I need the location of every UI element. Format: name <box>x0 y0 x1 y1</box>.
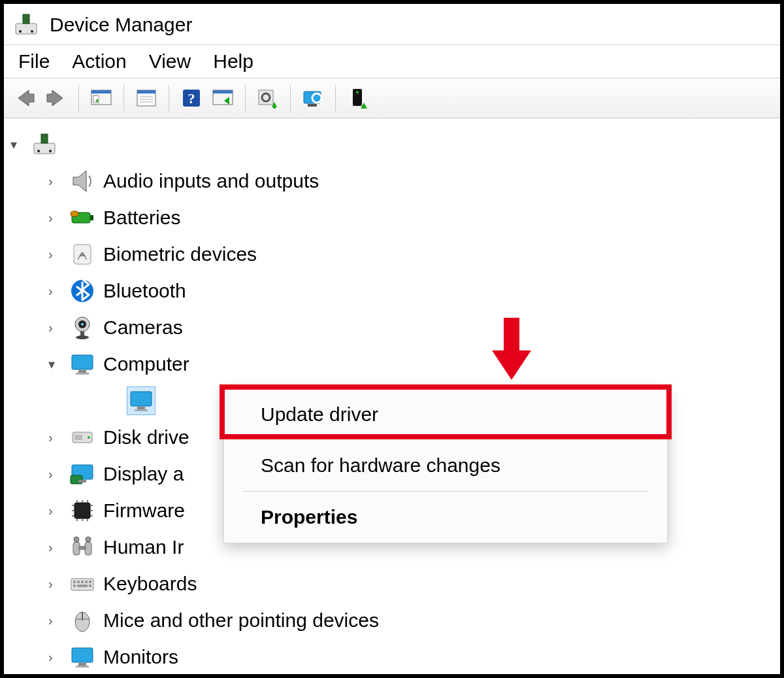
svg-rect-87 <box>76 666 89 668</box>
forward-button[interactable] <box>42 84 71 112</box>
svg-point-3 <box>31 30 33 33</box>
svg-point-40 <box>81 323 84 326</box>
titlebar: Device Manager <box>4 4 780 44</box>
context-menu: Update driver Scan for hardware changes … <box>223 388 668 543</box>
menu-view[interactable]: View <box>149 50 191 73</box>
context-menu-scan-hardware[interactable]: Scan for hardware changes <box>224 440 667 491</box>
tree-node-batteries[interactable]: › Batteries <box>10 199 780 236</box>
bluetooth-icon <box>68 277 97 305</box>
tree-node-computer[interactable]: ▾ Computer <box>10 346 780 382</box>
tree-node-keyboards[interactable]: › Keyboards <box>10 566 780 602</box>
tree-node-label: Biometric devices <box>103 243 257 265</box>
keyboard-icon <box>68 569 97 598</box>
chevron-right-icon[interactable]: › <box>48 320 61 335</box>
toolbar-separator <box>245 85 246 111</box>
context-menu-item-label: Update driver <box>261 403 378 425</box>
svg-rect-48 <box>135 409 148 411</box>
chevron-right-icon[interactable]: › <box>48 247 61 262</box>
tree-node-mice[interactable]: › Mice and other pointing devices <box>10 602 780 639</box>
svg-rect-18 <box>259 90 273 105</box>
svg-rect-29 <box>34 143 55 154</box>
chevron-right-icon[interactable]: › <box>48 430 61 445</box>
svg-rect-74 <box>73 581 76 583</box>
tree-node-label: Firmware <box>103 500 185 522</box>
chevron-right-icon[interactable]: › <box>48 540 61 555</box>
tree-node-label: Keyboards <box>103 573 197 595</box>
svg-rect-51 <box>74 435 82 440</box>
toolbar-help-button[interactable]: ? <box>177 84 206 112</box>
menu-file[interactable]: File <box>18 50 50 73</box>
monitor-icon <box>68 350 97 379</box>
svg-rect-75 <box>77 581 80 583</box>
tree-node-label: Human Ir <box>103 536 184 558</box>
chevron-right-icon[interactable]: › <box>48 577 61 592</box>
menu-action[interactable]: Action <box>72 50 126 73</box>
svg-point-42 <box>76 335 89 339</box>
menubar: File Action View Help <box>4 44 780 78</box>
svg-rect-44 <box>78 370 86 373</box>
tree-node-label: Audio inputs and outputs <box>103 170 319 192</box>
chevron-right-icon[interactable]: › <box>48 211 61 226</box>
chevron-right-icon[interactable]: › <box>48 174 61 189</box>
svg-rect-46 <box>131 392 152 406</box>
tree-node-label: Disk drive <box>103 426 189 449</box>
svg-rect-54 <box>78 480 86 483</box>
menu-help[interactable]: Help <box>213 50 253 73</box>
toolbar-action-list-button[interactable] <box>208 84 237 112</box>
chevron-right-icon[interactable]: › <box>48 467 61 482</box>
tree-node-label: Display a <box>103 463 184 485</box>
chevron-down-icon[interactable]: ▾ <box>10 137 24 152</box>
svg-point-2 <box>19 30 22 33</box>
toolbar-separator <box>169 85 169 111</box>
svg-line-25 <box>319 101 323 105</box>
toolbar-scan-hardware-button[interactable] <box>299 84 327 112</box>
svg-rect-79 <box>73 585 76 587</box>
tree-node-monitors[interactable]: › Monitors <box>10 639 780 675</box>
battery-icon <box>68 203 97 232</box>
tree-node-audio[interactable]: › Audio inputs and outputs <box>10 163 780 199</box>
svg-rect-34 <box>90 215 93 220</box>
context-menu-update-driver[interactable]: Update driver <box>224 389 667 440</box>
svg-rect-76 <box>81 581 84 583</box>
toolbar-console-tree-button[interactable] <box>87 84 116 112</box>
svg-rect-23 <box>308 104 317 107</box>
tree-node-cameras[interactable]: › Cameras <box>10 309 780 346</box>
tree-node-bluetooth[interactable]: › Bluetooth <box>10 273 780 309</box>
svg-rect-9 <box>137 90 155 93</box>
tree-node-label: Cameras <box>103 316 183 339</box>
toolbar: ? <box>4 78 780 118</box>
svg-rect-30 <box>41 134 48 143</box>
toolbar-separator <box>123 85 124 111</box>
svg-rect-47 <box>137 407 145 409</box>
context-menu-properties[interactable]: Properties <box>224 492 667 543</box>
toolbar-update-driver-button[interactable] <box>253 84 282 112</box>
speaker-icon <box>68 167 97 195</box>
toolbar-separator <box>78 85 79 111</box>
toolbar-add-hardware-button[interactable] <box>344 84 372 112</box>
tree-node-label: Mice and other pointing devices <box>103 609 379 632</box>
svg-rect-5 <box>91 90 111 93</box>
chevron-right-icon[interactable]: › <box>48 503 61 518</box>
chevron-right-icon[interactable]: › <box>48 650 61 665</box>
svg-rect-35 <box>71 211 78 216</box>
svg-rect-85 <box>72 648 93 662</box>
svg-rect-81 <box>89 585 91 587</box>
disk-icon <box>68 423 97 452</box>
svg-rect-70 <box>78 546 86 550</box>
chevron-right-icon[interactable]: › <box>48 613 61 628</box>
svg-rect-53 <box>71 475 82 484</box>
svg-rect-55 <box>74 503 90 518</box>
tree-root-node[interactable]: ▾ <box>10 126 780 163</box>
svg-point-50 <box>88 436 90 439</box>
toolbar-properties-button[interactable] <box>132 84 161 112</box>
svg-rect-1 <box>23 14 29 24</box>
tree-node-label: Bluetooth <box>103 280 186 302</box>
chevron-right-icon[interactable]: › <box>48 284 61 299</box>
tree-node-biometric[interactable]: › Biometric devices <box>10 236 780 273</box>
chevron-down-icon[interactable]: ▾ <box>48 356 61 372</box>
monitor-icon <box>127 386 155 415</box>
tree-node-label: Monitors <box>103 646 178 668</box>
back-button[interactable] <box>10 84 39 112</box>
svg-rect-43 <box>72 355 93 369</box>
chip-icon <box>68 496 97 525</box>
